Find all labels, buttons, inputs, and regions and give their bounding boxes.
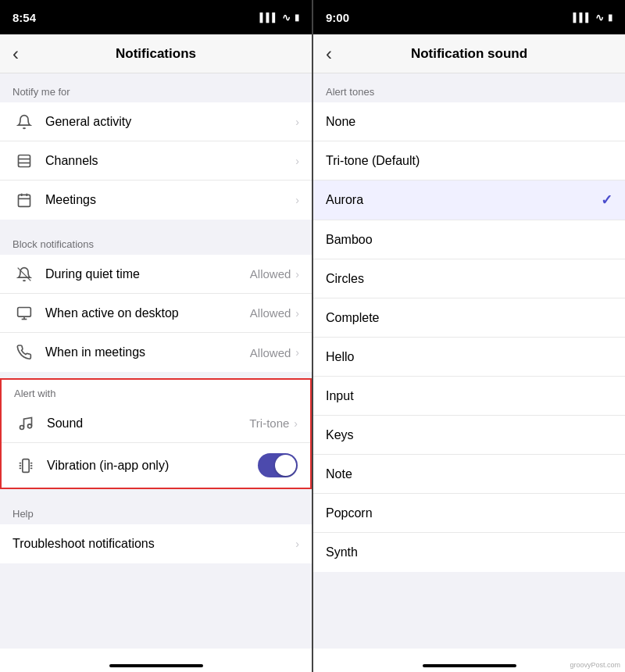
right-status-time: 9:00 [326, 11, 349, 24]
alert-with-highlighted-wrapper: Alert with Sound Tri-tone › [0, 378, 312, 489]
in-meetings-value: Allowed [250, 346, 291, 359]
sound-list: None Tri-tone (Default) Aurora ✓ Bamboo … [313, 102, 625, 572]
general-activity-chevron: › [295, 116, 299, 128]
left-status-bar: 8:54 ▌▌▌ ∿ ▮ [0, 0, 312, 34]
right-panel-content: Alert tones None Tri-tone (Default) Auro… [313, 73, 625, 649]
meetings-text: Meetings [45, 193, 295, 207]
sound-synth[interactable]: Synth [313, 533, 625, 572]
troubleshoot-chevron: › [295, 538, 299, 550]
vibration-toggle[interactable] [258, 453, 298, 477]
in-meetings-item[interactable]: When in meetings Allowed › [0, 333, 312, 372]
active-desktop-chevron: › [295, 307, 299, 320]
active-desktop-value: Allowed [250, 306, 291, 320]
sound-circles[interactable]: Circles [313, 259, 625, 298]
phone-icon [12, 345, 36, 360]
sound-complete-text: Complete [326, 311, 379, 325]
svg-rect-13 [23, 459, 29, 472]
help-items: Troubleshoot notifications › [0, 524, 312, 563]
active-desktop-item[interactable]: When active on desktop Allowed › [0, 294, 312, 333]
channels-item[interactable]: Channels › [0, 141, 312, 181]
troubleshoot-text: Troubleshoot notifications [12, 537, 295, 551]
sound-input-text: Input [326, 389, 354, 403]
sound-value: Tri-tone [249, 416, 289, 430]
left-status-time: 8:54 [12, 11, 36, 24]
left-home-indicator [0, 649, 312, 672]
meetings-chevron: › [295, 194, 299, 206]
general-activity-item[interactable]: General activity › [0, 102, 312, 141]
wifi-icon: ∿ [282, 12, 291, 23]
svg-point-11 [20, 425, 24, 429]
in-meetings-text: When in meetings [45, 345, 250, 359]
right-back-button[interactable]: ‹ [326, 40, 338, 68]
alert-with-items: Sound Tri-tone › [2, 404, 310, 488]
vibration-icon [14, 458, 38, 474]
general-activity-text: General activity [45, 115, 295, 129]
sound-chevron: › [294, 417, 298, 430]
sound-none[interactable]: None [313, 102, 625, 141]
vibration-text: Vibration (in-app only) [47, 459, 258, 473]
svg-point-12 [28, 424, 32, 427]
notify-me-for-label: Notify me for [0, 73, 312, 102]
vibration-item[interactable]: Vibration (in-app only) [2, 443, 310, 488]
sound-none-text: None [326, 115, 355, 129]
right-phone-panel: 9:00 ▌▌▌ ∿ ▮ ‹ Notification sound Alert … [313, 0, 625, 672]
right-status-icons: ▌▌▌ ∿ ▮ [573, 12, 612, 23]
right-wifi-icon: ∿ [595, 12, 604, 23]
sound-icon [14, 416, 38, 431]
left-phone-panel: 8:54 ▌▌▌ ∿ ▮ ‹ Notifications Notify me f… [0, 0, 312, 672]
quiet-time-icon [12, 266, 36, 282]
sound-keys[interactable]: Keys [313, 416, 625, 455]
sound-popcorn[interactable]: Popcorn [313, 494, 625, 533]
left-back-button[interactable]: ‹ [12, 40, 25, 68]
desktop-icon [12, 306, 36, 321]
sound-note-text: Note [326, 467, 352, 481]
notify-me-for-section: Notify me for General activity › [0, 73, 312, 220]
signal-icon: ▌▌▌ [260, 13, 278, 22]
help-label: Help [0, 495, 312, 524]
sound-popcorn-text: Popcorn [326, 506, 373, 520]
help-section: Help Troubleshoot notifications › [0, 495, 312, 563]
sound-tri-tone[interactable]: Tri-tone (Default) [313, 141, 625, 181]
alert-tones-label: Alert tones [313, 73, 625, 102]
sound-tri-tone-text: Tri-tone (Default) [326, 154, 420, 168]
channels-chevron: › [295, 155, 299, 167]
sound-aurora[interactable]: Aurora ✓ [313, 181, 625, 220]
right-home-bar [423, 664, 516, 667]
right-nav-bar: ‹ Notification sound [313, 34, 625, 73]
block-notifications-items: During quiet time Allowed › When active … [0, 255, 312, 372]
sound-bamboo-text: Bamboo [326, 233, 373, 247]
sound-complete[interactable]: Complete [313, 298, 625, 338]
channels-text: Channels [45, 154, 295, 168]
svg-rect-8 [18, 307, 31, 316]
left-nav-bar: ‹ Notifications [0, 34, 312, 73]
right-signal-icon: ▌▌▌ [573, 13, 591, 22]
sound-bamboo[interactable]: Bamboo [313, 220, 625, 259]
quiet-time-value: Allowed [250, 267, 291, 281]
block-notifications-section: Block notifications During quiet time Al… [0, 226, 312, 372]
troubleshoot-item[interactable]: Troubleshoot notifications › [0, 524, 312, 563]
spacer-2 [0, 372, 312, 378]
sound-text: Sound [47, 416, 249, 431]
left-panel-content: Notify me for General activity › [0, 73, 312, 649]
left-status-icons: ▌▌▌ ∿ ▮ [260, 12, 299, 23]
bottom-spacer [0, 563, 312, 610]
sound-hello[interactable]: Hello [313, 338, 625, 377]
right-battery-icon: ▮ [608, 13, 612, 23]
right-status-bar: 9:00 ▌▌▌ ∿ ▮ [313, 0, 625, 34]
alert-with-label: Alert with [2, 380, 310, 404]
in-meetings-chevron: › [295, 346, 299, 359]
notify-me-for-items: General activity › Channels › [0, 102, 312, 220]
spacer-1 [0, 220, 312, 226]
sound-input[interactable]: Input [313, 377, 625, 416]
watermark: groovyPost.com [570, 661, 620, 669]
quiet-time-item[interactable]: During quiet time Allowed › [0, 255, 312, 294]
vibration-toggle-container [258, 453, 298, 477]
sound-synth-text: Synth [326, 545, 358, 559]
sound-item[interactable]: Sound Tri-tone › [2, 404, 310, 443]
block-notifications-label: Block notifications [0, 226, 312, 255]
svg-rect-0 [19, 155, 30, 166]
meetings-item[interactable]: Meetings › [0, 181, 312, 220]
bell-icon [12, 114, 36, 130]
quiet-time-text: During quiet time [45, 267, 250, 281]
sound-note[interactable]: Note [313, 455, 625, 494]
